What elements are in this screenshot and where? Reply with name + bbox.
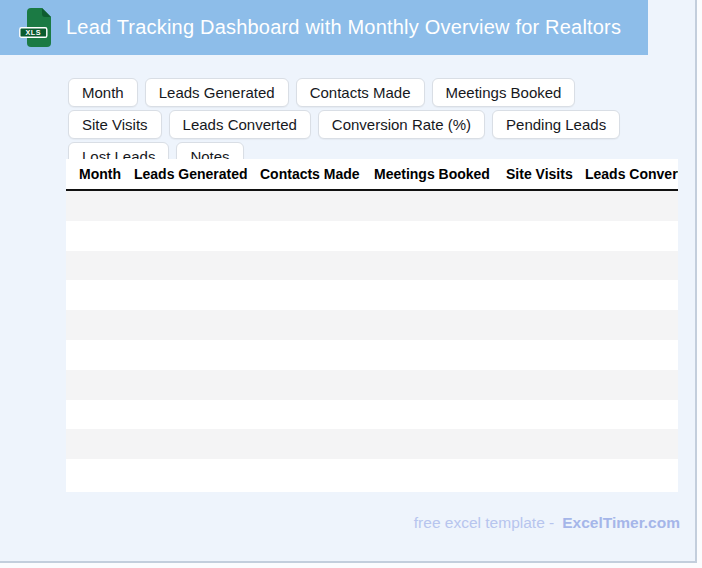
table-row	[66, 400, 678, 430]
app-header: XLS Lead Tracking Dashboard with Monthly…	[0, 0, 648, 55]
tag-month[interactable]: Month	[68, 78, 138, 107]
tag-leads-generated[interactable]: Leads Generated	[145, 78, 289, 107]
table-row	[66, 370, 678, 400]
table-row	[66, 280, 678, 310]
template-preview-card: XLS Lead Tracking Dashboard with Monthly…	[0, 0, 697, 563]
table-row	[66, 310, 678, 340]
table-body	[66, 191, 678, 489]
table-row	[66, 340, 678, 370]
column-header-leads-converted: Leads Converted	[585, 166, 678, 182]
tag-leads-converted[interactable]: Leads Converted	[169, 110, 311, 139]
column-header-month: Month	[79, 166, 121, 182]
tag-site-visits[interactable]: Site Visits	[68, 110, 162, 139]
tag-conversion-rate[interactable]: Conversion Rate (%)	[318, 110, 485, 139]
xls-file-icon: XLS	[19, 8, 51, 47]
brand-link[interactable]: ExcelTimer.com	[562, 514, 680, 532]
field-tag-list: Month Leads Generated Contacts Made Meet…	[68, 78, 668, 171]
table-row	[66, 459, 678, 489]
column-header-leads-generated: Leads Generated	[134, 166, 248, 182]
footer-caption: free excel template -	[414, 514, 554, 532]
tag-pending-leads[interactable]: Pending Leads	[492, 110, 620, 139]
footer-credit: free excel template - ExcelTimer.com	[414, 514, 680, 532]
xls-icon-label: XLS	[25, 28, 41, 37]
column-header-meetings-booked: Meetings Booked	[374, 166, 490, 182]
table-header-row: Month Leads Generated Contacts Made Meet…	[66, 159, 678, 191]
tag-meetings-booked[interactable]: Meetings Booked	[432, 78, 576, 107]
column-header-contacts-made: Contacts Made	[260, 166, 360, 182]
table-row	[66, 191, 678, 221]
preview-table: Month Leads Generated Contacts Made Meet…	[66, 159, 678, 492]
table-row	[66, 221, 678, 251]
page-title: Lead Tracking Dashboard with Monthly Ove…	[66, 16, 621, 39]
column-header-site-visits: Site Visits	[506, 166, 573, 182]
tag-contacts-made[interactable]: Contacts Made	[296, 78, 425, 107]
table-row	[66, 429, 678, 459]
table-row	[66, 251, 678, 281]
